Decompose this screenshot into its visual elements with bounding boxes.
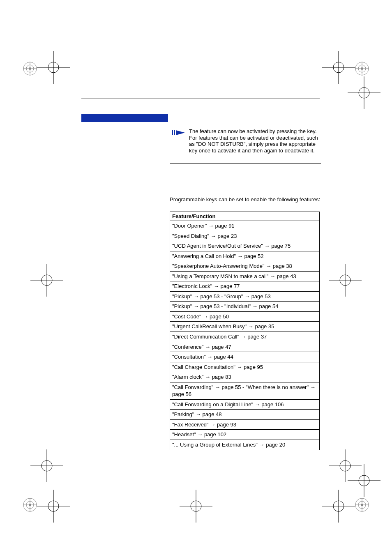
header-rule: [81, 99, 320, 99]
table-cell: "Conference" → page 47: [170, 342, 320, 352]
table-cell: "Headset" → page 102: [170, 430, 320, 440]
table-cell: "Parking" → page 48: [170, 410, 320, 420]
table-row: "Call Forwarding on a Digital Line" → pa…: [170, 399, 320, 410]
print-target-icon: [355, 498, 369, 512]
table-cell: "Consultation" → page 44: [170, 352, 320, 362]
cropmark-icon: [332, 453, 358, 479]
table-row: "Pickup" → page 53 - "Group" → page 53: [170, 291, 320, 302]
table-cell: "UCD Agent in Service/Out of Service" → …: [170, 241, 320, 251]
table-row: "Door Opener" → page 91: [170, 221, 320, 231]
table-row: "Call Forwarding" → page 55 - "When ther…: [170, 382, 320, 399]
svg-marker-55: [176, 130, 185, 135]
cropmark-icon: [351, 80, 377, 106]
svg-point-7: [361, 67, 363, 70]
svg-point-5: [355, 62, 369, 75]
svg-point-17: [361, 504, 363, 506]
svg-point-1: [26, 65, 34, 72]
svg-point-26: [359, 88, 369, 98]
svg-point-23: [333, 62, 344, 73]
table-row: "Using a Temporary MSN to make a call" →…: [170, 271, 320, 281]
svg-point-2: [29, 67, 31, 70]
svg-point-10: [23, 498, 37, 511]
note-rule-top: [170, 126, 321, 126]
table-cell: "Call Forwarding on a Digital Line" → pa…: [170, 399, 320, 410]
svg-point-38: [340, 461, 350, 471]
table-cell: "Using a Temporary MSN to make a call" →…: [170, 271, 320, 281]
cropmark-icon: [40, 493, 67, 519]
table-row: "Cost Code" → page 50: [170, 311, 320, 322]
table-cell: "Speed Dialing" → page 23: [170, 231, 320, 241]
table-row: "Alarm clock" → page 83: [170, 372, 320, 382]
table-cell: "Fax Received" → page 93: [170, 419, 320, 430]
print-target-icon: [23, 498, 37, 512]
svg-point-0: [23, 62, 37, 75]
table-row: "Direct Communication Call" → page 37: [170, 332, 320, 342]
table-row: "... Using a Group of External Lines" → …: [170, 440, 320, 450]
table-row: "Fax Received" → page 93: [170, 419, 320, 430]
svg-point-16: [358, 501, 366, 509]
cropmark-icon: [325, 54, 352, 81]
svg-point-41: [48, 501, 59, 511]
table-row: "Speed Dialing" → page 23: [170, 231, 320, 241]
svg-rect-54: [174, 130, 175, 135]
intro-text: Programmable keys can be set to enable t…: [170, 196, 321, 203]
table-cell: "Pickup" → page 53 - "Individual" → page…: [170, 302, 320, 312]
cropmark-icon: [351, 467, 377, 494]
table-cell: "Door Opener" → page 91: [170, 221, 320, 231]
print-target-icon: [23, 62, 37, 76]
svg-point-11: [26, 501, 34, 509]
note-arrow-icon: [172, 129, 186, 137]
svg-point-12: [29, 504, 31, 506]
table-cell: "Direct Communication Call" → page 37: [170, 332, 320, 342]
note-rule-bottom: [170, 164, 321, 164]
cropmark-icon: [325, 493, 352, 519]
table-cell: "Pickup" → page 53 - "Group" → page 53: [170, 291, 320, 302]
table-cell: "Electronic Lock" → page 77: [170, 281, 320, 292]
table-row: "Call Charge Consultation" → page 95: [170, 362, 320, 372]
table-row: "Speakerphone Auto-Answering Mode" → pag…: [170, 261, 320, 272]
table-row: "UCD Agent in Service/Out of Service" → …: [170, 241, 320, 251]
table-row: "Conference" → page 47: [170, 342, 320, 352]
table-cell: "Answering a Call on Hold" → page 52: [170, 251, 320, 261]
table-cell: "Cost Code" → page 50: [170, 311, 320, 322]
table-row: "Parking" → page 48: [170, 410, 320, 420]
cropmark-icon: [34, 267, 60, 293]
table-cell: "Urgent Call/Recall when Busy" → page 35: [170, 322, 320, 332]
table-row: "Pickup" → page 53 - "Individual" → page…: [170, 302, 320, 312]
print-target-icon: [355, 62, 369, 76]
table-row: "Answering a Call on Hold" → page 52: [170, 251, 320, 261]
cropmark-icon: [40, 54, 67, 81]
svg-point-6: [358, 65, 366, 72]
cropmark-icon: [332, 267, 358, 293]
note-text: The feature can now be activated by pres…: [189, 128, 321, 154]
svg-point-20: [48, 62, 59, 73]
svg-rect-53: [172, 130, 173, 135]
table-cell: "Alarm clock" → page 83: [170, 372, 320, 382]
svg-point-32: [340, 275, 350, 286]
feature-table: Feature/Function "Door Opener" → page 91…: [170, 212, 320, 450]
svg-point-50: [359, 475, 369, 486]
cropmark-icon: [183, 493, 209, 519]
table-row: "Headset" → page 102: [170, 430, 320, 440]
table-cell: "Speakerphone Auto-Answering Mode" → pag…: [170, 261, 320, 272]
table-cell: "Call Charge Consultation" → page 95: [170, 362, 320, 372]
blue-section-bar: [81, 114, 168, 122]
svg-point-29: [42, 275, 52, 286]
svg-point-47: [191, 501, 201, 511]
table-cell: "Call Forwarding" → page 55 - "When ther…: [170, 382, 320, 399]
cropmark-icon: [34, 453, 60, 479]
table-row: "Consultation" → page 44: [170, 352, 320, 362]
table-row: "Urgent Call/Recall when Busy" → page 35: [170, 322, 320, 332]
svg-point-35: [42, 461, 52, 471]
svg-point-15: [355, 498, 369, 511]
table-header: Feature/Function: [170, 212, 320, 221]
table-cell: "... Using a Group of External Lines" → …: [170, 440, 320, 450]
table-row: "Electronic Lock" → page 77: [170, 281, 320, 292]
svg-point-44: [333, 501, 344, 511]
